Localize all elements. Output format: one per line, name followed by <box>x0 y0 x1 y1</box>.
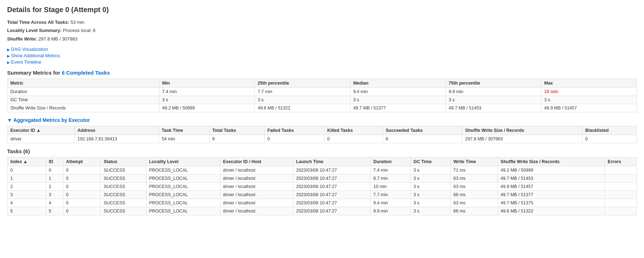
col-max[interactable]: Max <box>541 79 637 88</box>
cell-launch: 2023/03/08 10:47:27 <box>293 174 370 183</box>
table-row: 0 0 0 SUCCESS PROCESS_LOCAL driver / loc… <box>7 166 637 174</box>
col-header[interactable]: GC Time <box>410 157 450 166</box>
cell-write-time: 71 ms <box>450 166 498 174</box>
table-row: 5 5 0 SUCCESS PROCESS_LOCAL driver / loc… <box>7 207 637 215</box>
cell-duration: 9.9 min <box>370 207 411 215</box>
table-row: GC Time 3 s 3 s 3 s 3 s 3 s <box>7 96 637 104</box>
col-header[interactable]: Total Tasks <box>209 126 264 135</box>
tasks-table: Index ▲IDAttemptStatusLocality LevelExec… <box>7 157 637 215</box>
tasks-header: Tasks (6) <box>7 148 637 154</box>
cell-gc-time: 3 s <box>410 166 450 174</box>
cell-errors <box>605 207 637 215</box>
col-header[interactable]: ID <box>46 157 63 166</box>
cell-id: 2 <box>46 183 63 191</box>
col-header[interactable]: Duration <box>370 157 411 166</box>
cell-executor: driver / localhost <box>220 207 293 215</box>
col-header[interactable]: Index ▲ <box>7 157 46 166</box>
cell-status: SUCCESS <box>101 199 146 207</box>
cell-id: 3 <box>46 191 63 199</box>
cell-attempt: 0 <box>63 174 101 183</box>
cell-succeeded-tasks: 6 <box>383 135 462 143</box>
cell-duration: 7.7 min <box>370 191 411 199</box>
col-p25[interactable]: 25th percentile <box>255 79 350 88</box>
cell-gc-time: 3 s <box>410 199 450 207</box>
cell-index: 2 <box>7 183 46 191</box>
cell-status: SUCCESS <box>101 174 146 183</box>
cell-locality: PROCESS_LOCAL <box>146 191 220 199</box>
table-row: 1 1 0 SUCCESS PROCESS_LOCAL driver / loc… <box>7 174 637 183</box>
cell-status: SUCCESS <box>101 166 146 174</box>
cell-task-time: 54 min <box>159 135 209 143</box>
cell-executor: driver / localhost <box>220 199 293 207</box>
col-header[interactable]: Shuffle Write Size / Records <box>497 157 605 166</box>
col-p75[interactable]: 75th percentile <box>446 79 541 88</box>
col-header[interactable]: Launch Time <box>293 157 370 166</box>
col-header[interactable]: Shuffle Write Size / Records <box>462 126 582 135</box>
col-header[interactable]: Attempt <box>63 157 101 166</box>
cell-id: 4 <box>46 199 63 207</box>
cell-attempt: 0 <box>63 199 101 207</box>
cell-locality: PROCESS_LOCAL <box>146 183 220 191</box>
locality-label: Locality Level Summary: <box>7 28 62 33</box>
cell-locality: PROCESS_LOCAL <box>146 166 220 174</box>
cell-status: SUCCESS <box>101 191 146 199</box>
cell-id: 0 <box>46 166 63 174</box>
col-header[interactable]: Address <box>74 126 159 135</box>
col-header[interactable]: Killed Tasks <box>324 126 382 135</box>
cell-min: 7.4 min <box>159 88 254 96</box>
dag-visualization-link[interactable]: DAG Visualization <box>7 47 637 52</box>
cell-metric: GC Time <box>7 96 159 104</box>
col-header[interactable]: Locality Level <box>146 157 220 166</box>
cell-id: 1 <box>46 174 63 183</box>
summary-metrics-table: Metric Min 25th percentile Median 75th p… <box>7 79 637 112</box>
table-row: 4 4 0 SUCCESS PROCESS_LOCAL driver / loc… <box>7 199 637 207</box>
cell-shuffle-write: 49.7 MB / 51453 <box>497 174 605 183</box>
links-section: DAG Visualization Show Additional Metric… <box>7 47 637 65</box>
col-header[interactable]: Executor ID / Host <box>220 157 293 166</box>
cell-launch: 2023/03/08 10:47:27 <box>293 166 370 174</box>
cell-attempt: 0 <box>63 183 101 191</box>
cell-killed-tasks: 0 <box>324 135 382 143</box>
cell-gc-time: 3 s <box>410 174 450 183</box>
cell-min: 3 s <box>159 96 254 104</box>
cell-executor: driver / localhost <box>220 183 293 191</box>
col-header[interactable]: Succeeded Tasks <box>383 126 462 135</box>
cell-blacklisted: 0 <box>582 135 637 143</box>
show-additional-metrics-link[interactable]: Show Additional Metrics <box>7 53 637 58</box>
col-header[interactable]: Write Time <box>450 157 498 166</box>
col-metric[interactable]: Metric <box>7 79 159 88</box>
cell-executor-id: driver <box>7 135 75 143</box>
event-timeline-link[interactable]: Event Timeline <box>7 59 637 65</box>
cell-errors <box>605 174 637 183</box>
meta-info: Total Time Across All Tasks: 53 min Loca… <box>7 18 637 43</box>
aggregated-metrics-table: Executor ID ▲AddressTask TimeTotal Tasks… <box>7 126 637 143</box>
col-header[interactable]: Task Time <box>159 126 209 135</box>
cell-median: 9.4 min <box>350 88 445 96</box>
cell-errors <box>605 191 637 199</box>
cell-launch: 2023/03/08 10:47:27 <box>293 183 370 191</box>
col-header[interactable]: Errors <box>605 157 637 166</box>
col-median[interactable]: Median <box>350 79 445 88</box>
cell-write-time: 66 ms <box>450 207 498 215</box>
cell-errors <box>605 166 637 174</box>
col-header[interactable]: Executor ID ▲ <box>7 126 75 135</box>
col-header[interactable]: Failed Tasks <box>264 126 324 135</box>
col-header[interactable]: Blacklisted <box>582 126 637 135</box>
cell-launch: 2023/03/08 10:47:27 <box>293 191 370 199</box>
cell-failed-tasks: 0 <box>264 135 324 143</box>
table-row: Shuffle Write Size / Records 49.2 MB / 5… <box>7 104 637 112</box>
summary-metrics-title: Summary Metrics for 6 Completed Tasks <box>7 70 637 76</box>
cell-shuffle-write: 49.2 MB / 50999 <box>497 166 605 174</box>
table-row: driver 192.168.7.81:39413 54 min 6 0 0 6… <box>7 135 637 143</box>
total-time-value: 53 min <box>70 20 84 25</box>
cell-attempt: 0 <box>63 166 101 174</box>
locality-value: Process local: 6 <box>63 28 96 33</box>
col-header[interactable]: Status <box>101 157 146 166</box>
table-row: Duration 7.4 min 7.7 min 9.4 min 9.9 min… <box>7 88 637 96</box>
cell-executor: driver / localhost <box>220 166 293 174</box>
cell-shuffle-write: 49.6 MB / 51322 <box>497 207 605 215</box>
cell-metric: Shuffle Write Size / Records <box>7 104 159 112</box>
cell-write-time: 66 ms <box>450 191 498 199</box>
col-min[interactable]: Min <box>159 79 254 88</box>
cell-index: 0 <box>7 166 46 174</box>
